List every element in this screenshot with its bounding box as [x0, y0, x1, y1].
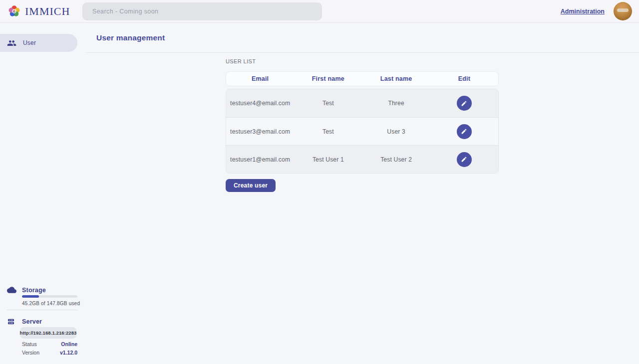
user-list-label: USER LIST [226, 58, 499, 64]
cell-email: testuser4@email.com [226, 100, 294, 107]
create-user-button[interactable]: Create user [226, 179, 276, 192]
column-header-last-name: Last name [362, 75, 430, 82]
server-status-label: Status [22, 341, 37, 347]
user-table: testuser4@email.com Test Three testuser3… [226, 89, 499, 174]
brand: IMMICH [0, 4, 82, 18]
column-header-email: Email [226, 75, 294, 82]
edit-user-button[interactable] [457, 96, 472, 111]
administration-link[interactable]: Administration [561, 8, 605, 15]
server-status-value: Online [61, 341, 77, 347]
cell-email: testuser3@email.com [226, 128, 294, 135]
page-title: User management [96, 33, 165, 42]
brand-wordmark: IMMICH [25, 5, 70, 18]
search-input[interactable] [82, 2, 322, 20]
edit-user-button[interactable] [457, 152, 472, 167]
cell-email: testuser1@email.com [226, 156, 294, 163]
sidebar-item-user-label: User [23, 39, 36, 46]
table-row: testuser4@email.com Test Three [226, 89, 498, 117]
cell-last-name: Three [362, 100, 430, 107]
table-header-row: Email First name Last name Edit [226, 71, 499, 86]
sidebar-divider [7, 310, 77, 310]
storage-caption: 45.2GB of 147.8GB used [22, 301, 80, 306]
storage-progress-fill [22, 295, 39, 298]
page-title-bar: User management [85, 23, 639, 53]
top-bar: IMMICH Administration [0, 0, 639, 23]
sidebar: User Storage 45.2GB of 147.8GB used Serv… [0, 23, 85, 364]
cell-first-name: Test [294, 128, 362, 135]
user-avatar[interactable] [614, 2, 632, 20]
storage-title: Storage [22, 287, 46, 294]
cell-last-name: User 3 [362, 128, 430, 135]
edit-user-button[interactable] [457, 124, 472, 139]
column-header-edit: Edit [430, 75, 498, 82]
server-icon [7, 318, 15, 328]
table-row: testuser1@email.com Test User 1 Test Use… [226, 145, 498, 173]
table-row: testuser3@email.com Test User 3 [226, 117, 498, 145]
pencil-icon [461, 100, 467, 107]
cloud-icon [7, 286, 16, 296]
server-title: Server [22, 318, 42, 325]
main-area: User management USER LIST Email First na… [85, 23, 639, 364]
pencil-icon [461, 156, 467, 163]
server-version-value: v1.12.0 [60, 350, 77, 356]
sidebar-item-user[interactable]: User [0, 34, 77, 52]
users-icon [7, 38, 16, 48]
server-url-badge: http://192.168.1.216:2283 [20, 327, 76, 339]
cell-first-name: Test User 1 [294, 156, 362, 163]
server-version-label: Version [22, 350, 39, 356]
cell-first-name: Test [294, 100, 362, 107]
pencil-icon [461, 128, 467, 135]
immich-logo-icon [7, 4, 21, 18]
storage-progress-bar [22, 295, 77, 298]
column-header-first-name: First name [294, 75, 362, 82]
cell-last-name: Test User 2 [362, 156, 430, 163]
